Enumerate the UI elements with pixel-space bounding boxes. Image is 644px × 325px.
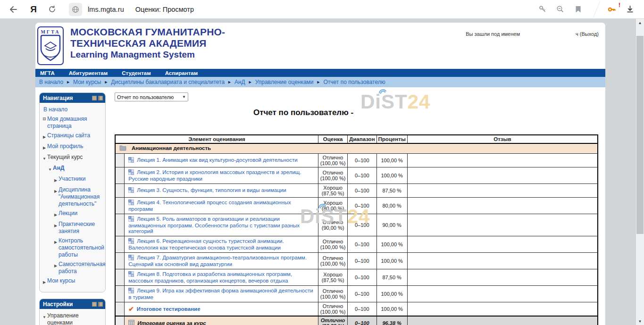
download-icon[interactable]	[623, 3, 636, 16]
percent-cell: 87,50 %	[376, 269, 407, 286]
tree-collapsed-icon[interactable]: ▶	[42, 143, 47, 151]
feedback-cell	[407, 269, 598, 286]
breadcrumb-item[interactable]: Отчет по пользователю	[324, 79, 385, 85]
sidebar-item[interactable]: ▶Контроль самостоятельной работы	[42, 237, 103, 258]
tree-collapsed-icon[interactable]: ▶	[53, 175, 59, 184]
indent-cell	[115, 167, 125, 184]
sidebar-item[interactable]: ▶Мой профиль	[42, 143, 103, 151]
sidebar-item-label[interactable]: Дисциплина "Анимационная деятельность"	[59, 186, 103, 208]
key-icon[interactable]	[535, 3, 549, 16]
sidebar-item[interactable]: В начало	[42, 106, 103, 113]
sidebar-item-label[interactable]: Самостоятельная работа	[59, 261, 106, 275]
breadcrumb-item[interactable]: АнД	[234, 79, 245, 85]
scroll-thumb[interactable]	[636, 36, 644, 234]
mgta-logo: МГТА	[37, 26, 64, 65]
sidebar-item[interactable]: ▶Страницы сайта	[42, 132, 103, 141]
report-type-select[interactable]: Отчет по пользователю ▼	[115, 92, 188, 101]
range-cell: 0–100	[348, 154, 377, 167]
back-arrow-icon[interactable]	[7, 3, 20, 16]
grade-item-link[interactable]: Лекция 8. Подготовка и разработка анимац…	[128, 271, 292, 283]
topnav-item[interactable]: МГТА	[40, 70, 55, 76]
reload-icon[interactable]	[45, 3, 59, 16]
address-bar-url[interactable]: lms.mgta.ru	[88, 6, 124, 13]
sidebar-item-label[interactable]: Контроль самостоятельной работы	[59, 237, 104, 258]
settings-block-header: Настройки	[40, 299, 105, 309]
yandex-logo-icon[interactable]: Я	[27, 4, 40, 15]
tree-collapsed-icon[interactable]: ▶	[53, 261, 59, 269]
logout-link[interactable]: ч (Выход)	[576, 31, 599, 37]
sidebar-item[interactable]: ▶Участники	[42, 175, 103, 184]
topnav-item[interactable]: Абитуриентам	[69, 70, 108, 76]
grade-item-link[interactable]: Итоговое тестирование	[137, 306, 201, 312]
sidebar-item-label[interactable]: Мои курсы	[47, 277, 75, 284]
sidebar-item[interactable]: ▶Дисциплина "Анимационная деятельность"	[42, 186, 103, 208]
feedback-cell	[407, 184, 598, 198]
dock-block-icon[interactable]	[98, 302, 103, 307]
tree-expanded-icon[interactable]: ▼	[47, 165, 53, 173]
scroll-down-icon[interactable]: ▼	[636, 317, 644, 325]
collapse-block-icon[interactable]	[92, 302, 97, 307]
indent-cell	[115, 198, 125, 214]
zoom-search-icon[interactable]	[553, 3, 567, 16]
grade-item-link[interactable]: Лекция 2. История и хронология массовых …	[128, 169, 301, 182]
sidebar-item-label[interactable]: Участники	[59, 175, 85, 183]
tree-expanded-icon[interactable]: ▼	[42, 312, 47, 321]
lesson-icon	[128, 271, 134, 278]
range-cell: 0–100	[348, 302, 377, 317]
topnav-item[interactable]: Студентам	[122, 70, 151, 76]
password-alert-key-icon[interactable]: !	[605, 3, 619, 16]
sidebar-item[interactable]: ▼АнД	[42, 165, 103, 173]
grade-report-table-wrap: Элемент оценивания Оценка Диапазон Проце…	[115, 134, 598, 325]
sidebar-item-label[interactable]: Моя домашняя страница	[47, 116, 103, 130]
tree-collapsed-icon[interactable]: ▶	[53, 186, 59, 195]
grade-item-link[interactable]: Лекция 9. Игра как эффективная форма ани…	[128, 288, 313, 300]
sidebar-item-label[interactable]: Мой профиль	[47, 143, 84, 150]
grade-item-row: ✔Итоговое тестированиеОтлично (100,00 %)…	[115, 302, 598, 317]
grade-cell: Отлично (100,00 %)	[318, 253, 348, 269]
grade-item-link[interactable]: Лекция 6. Рекреационная сущность туристс…	[128, 238, 284, 250]
tree-expanded-icon[interactable]: ▼	[42, 154, 47, 162]
breadcrumb-separator-icon: ►	[227, 80, 232, 84]
range-cell: 0–100	[348, 236, 377, 253]
percent-cell: 100,00 %	[376, 253, 407, 269]
lesson-icon	[128, 169, 134, 176]
sidebar-item-label[interactable]: В начало	[43, 106, 67, 113]
sidebar-item-label[interactable]: АнД	[53, 165, 64, 172]
tree-collapsed-icon[interactable]: ▶	[42, 132, 47, 141]
lesson-icon	[128, 187, 134, 194]
percent-cell: 100,00 %	[376, 302, 407, 317]
grade-item-link[interactable]: Лекция 3. Сущность, функция, типология и…	[137, 187, 286, 193]
vertical-scrollbar[interactable]: ▲ ▼	[636, 19, 644, 325]
sidebar-item-label[interactable]: Лекции	[59, 210, 77, 217]
scroll-up-icon[interactable]: ▲	[636, 19, 644, 26]
grade-item-link[interactable]: Лекция 1. Анимация как вид культурно-дос…	[137, 157, 297, 163]
indent-cell	[115, 154, 125, 167]
sidebar-item[interactable]: ▶Практические занятия	[42, 221, 103, 235]
breadcrumb-separator-icon: ►	[66, 80, 70, 84]
dock-block-icon[interactable]	[98, 96, 103, 100]
breadcrumb-item[interactable]: Мои курсы	[73, 79, 101, 85]
sidebar-item[interactable]: ▶Мои курсы	[42, 277, 103, 286]
calculator-icon	[128, 320, 134, 325]
tree-collapsed-icon[interactable]: ▶	[53, 221, 59, 229]
breadcrumb-item[interactable]: Управление оценками	[255, 79, 314, 85]
breadcrumb-item[interactable]: В начало	[39, 79, 63, 85]
sidebar-item[interactable]: ▶Лекции	[42, 210, 103, 218]
sidebar-item[interactable]: Моя домашняя страница	[42, 116, 103, 130]
site-globe-icon[interactable]	[69, 3, 82, 16]
grade-item-link[interactable]: Лекция 7. Драматургия анимационно-театра…	[128, 255, 307, 267]
sidebar-item[interactable]: ▶Самостоятельная работа	[42, 261, 103, 275]
tree-collapsed-icon[interactable]: ▶	[42, 277, 47, 286]
feedback-cell	[407, 286, 598, 302]
grade-item-link[interactable]: Лекция 4. Технологический процесс создан…	[128, 200, 291, 212]
bookmark-icon[interactable]	[571, 3, 585, 16]
sidebar-item-label[interactable]: Страницы сайта	[47, 132, 90, 139]
grade-item-link[interactable]: Лекция 5. Роль аниматоров в организации …	[128, 216, 300, 234]
tree-collapsed-icon[interactable]: ▶	[53, 237, 59, 246]
sidebar-item-label[interactable]: Практические занятия	[59, 221, 103, 235]
navigation-block: Навигация В началоМоя домашняя страница▶…	[39, 92, 106, 292]
collapse-block-icon[interactable]	[92, 96, 97, 100]
topnav-item[interactable]: Аспирантам	[165, 70, 198, 76]
tree-collapsed-icon[interactable]: ▶	[53, 210, 59, 218]
breadcrumb-item[interactable]: Дисциплины бакалавриата и специалитета	[111, 79, 225, 85]
